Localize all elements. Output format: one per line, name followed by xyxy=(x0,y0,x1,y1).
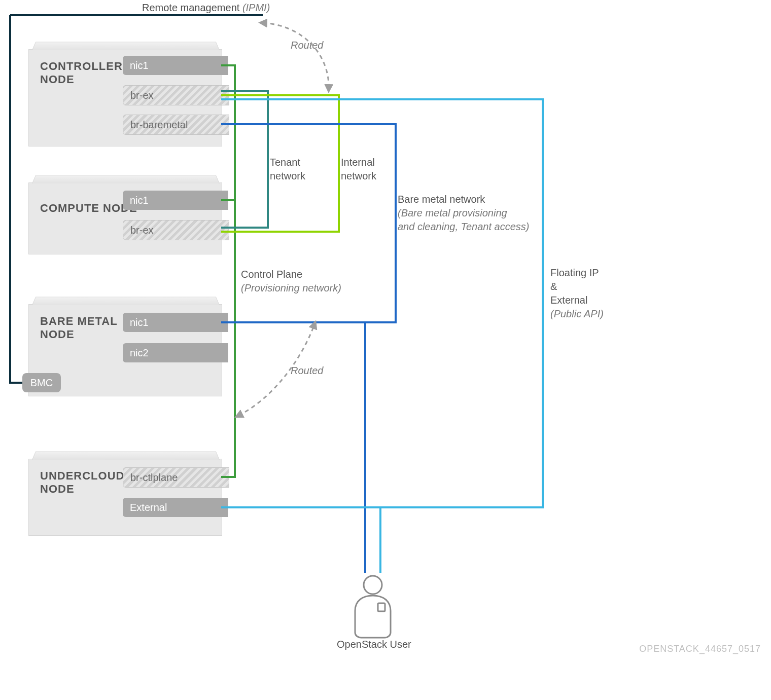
node-title-baremetal: BARE METAL NODE xyxy=(40,315,118,341)
label-routed-2: Routed xyxy=(291,365,324,377)
iface-undercloud-external: External xyxy=(123,498,228,517)
label-baremetal-network-title: Bare metal network xyxy=(398,193,529,206)
iface-baremetal-nic2: nic2 xyxy=(123,343,228,362)
node-title-undercloud: UNDERCLOUD NODE xyxy=(40,469,124,496)
iface-controller-br-baremetal: br-baremetal xyxy=(123,115,229,135)
remote-mgmt-suffix: (IPMI) xyxy=(242,2,270,13)
iface-undercloud-brctl: br-ctlplane xyxy=(123,467,229,488)
label-control-plane-title: Control Plane xyxy=(241,268,341,281)
label-remote-management: Remote management (IPMI) xyxy=(142,2,270,14)
iface-controller-nic1: nic1 xyxy=(123,56,228,75)
label-floating-ip-title: Floating IP & External xyxy=(550,266,604,307)
label-internal-network: Internal network xyxy=(341,156,376,183)
iface-compute-brex: br-ex xyxy=(123,220,229,240)
label-openstack-user: OpenStack User xyxy=(337,639,411,650)
diagram-stage: Remote management (IPMI) CONTROLLER NODE… xyxy=(0,0,771,700)
iface-controller-brex: br-ex xyxy=(123,85,229,105)
label-routed-1: Routed xyxy=(291,40,324,51)
remote-mgmt-text: Remote management xyxy=(142,2,239,13)
svg-rect-1 xyxy=(378,603,385,611)
label-floating-ip: Floating IP & External (Public API) xyxy=(550,266,604,321)
label-control-plane: Control Plane (Provisioning network) xyxy=(241,268,341,295)
label-tenant-network: Tenant network xyxy=(270,156,305,183)
svg-point-0 xyxy=(364,576,382,594)
label-baremetal-network-sub: (Bare metal provisioning and cleaning, T… xyxy=(398,206,529,234)
footer-id: OPENSTACK_44657_0517 xyxy=(639,644,761,654)
iface-baremetal-bmc: BMC xyxy=(22,373,61,392)
label-baremetal-network: Bare metal network (Bare metal provision… xyxy=(398,193,529,234)
label-floating-ip-sub: (Public API) xyxy=(550,307,604,321)
label-control-plane-sub: (Provisioning network) xyxy=(241,281,341,295)
iface-compute-nic1: nic1 xyxy=(123,191,228,210)
iface-baremetal-nic1: nic1 xyxy=(123,313,228,332)
node-title-controller: CONTROLLER NODE xyxy=(40,60,123,86)
